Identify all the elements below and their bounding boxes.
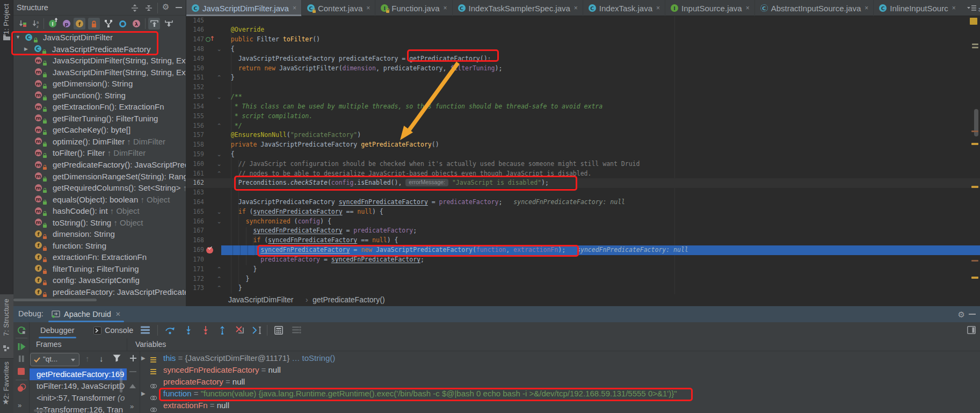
editor-tab[interactable]: CIndexTaskSamplerSpec.java× bbox=[453, 0, 583, 16]
layout-settings-icon[interactable] bbox=[141, 326, 150, 334]
frames-hscrollbar[interactable] bbox=[34, 409, 48, 412]
restore-layout-icon[interactable] bbox=[292, 326, 301, 334]
editor-tab[interactable]: IInputSource.java× bbox=[665, 0, 755, 16]
autoscroll-to-source-icon[interactable] bbox=[148, 18, 160, 30]
overriding-method-icon[interactable] bbox=[206, 37, 210, 42]
code-line[interactable]: 173⌃ } bbox=[186, 284, 980, 293]
fold-marker-icon[interactable]: ⌄ bbox=[216, 217, 222, 227]
filter-frames-icon[interactable] bbox=[113, 354, 121, 362]
code-line[interactable]: 159⌄ { bbox=[186, 150, 980, 160]
code-line[interactable]: 161⌃ // nodes to be able to deserialize … bbox=[186, 169, 980, 179]
variable-row[interactable]: ▶this = {JavaScriptDimFilter@11171} … to… bbox=[140, 352, 980, 364]
thread-selector[interactable]: "qt... bbox=[30, 353, 79, 366]
variable-row[interactable]: extractionFn = null bbox=[140, 400, 980, 411]
code-line[interactable]: 169 syncedFnPredicateFactory = new JavaS… bbox=[186, 245, 980, 255]
run-to-cursor-icon[interactable] bbox=[252, 326, 262, 335]
structure-tree-item[interactable]: mgetExtractionFn(): ExtractionFn bbox=[13, 101, 186, 113]
show-lambdas-icon[interactable]: λ bbox=[130, 18, 142, 30]
structure-tree-item[interactable]: mgetDimension(): String bbox=[13, 78, 186, 90]
breadcrumb-method[interactable]: getPredicateFactory() bbox=[313, 295, 385, 304]
chevron-down-icon[interactable]: ▼ bbox=[16, 34, 20, 40]
structure-tree-item[interactable]: mtoFilter(): Filter ↑ DimFilter bbox=[13, 147, 186, 159]
show-inherited-icon[interactable]: I bbox=[47, 18, 59, 30]
step-out-icon[interactable] bbox=[218, 326, 227, 335]
fold-marker-icon[interactable]: ⌃ bbox=[216, 73, 222, 83]
drop-frame-icon[interactable] bbox=[235, 326, 244, 335]
code-line[interactable]: 164 JavaScriptPredicateFactory syncedFnP… bbox=[186, 198, 980, 207]
structure-tree-item[interactable]: fpredicateFactory: JavaScriptPredicate bbox=[13, 286, 186, 298]
pause-icon[interactable] bbox=[18, 355, 25, 363]
code-line[interactable]: 149 JavaScriptPredicateFactory predicate… bbox=[186, 54, 980, 64]
code-line[interactable]: 170 predicateFactory = syncedFnPredicate… bbox=[186, 255, 980, 265]
code-line[interactable]: 160⌄ // JavaScript configuration should … bbox=[186, 160, 980, 169]
editor-tab[interactable]: CContext.java× bbox=[302, 0, 375, 16]
step-into-icon[interactable] bbox=[184, 326, 193, 335]
structure-tree-item[interactable]: ▼CJavaScriptDimFilter bbox=[13, 32, 186, 44]
stop-icon[interactable] bbox=[18, 368, 25, 375]
sort-by-visibility-icon[interactable] bbox=[17, 18, 28, 30]
gear-icon[interactable]: ⚙ bbox=[162, 2, 169, 12]
rerun-icon[interactable] bbox=[17, 326, 26, 335]
hidden-tabs-dropdown[interactable]: 3 bbox=[967, 4, 979, 12]
close-icon[interactable]: × bbox=[865, 4, 868, 12]
inspection-status-icon[interactable] bbox=[970, 18, 977, 25]
close-icon[interactable]: × bbox=[656, 4, 660, 12]
frames-scrollbar[interactable] bbox=[120, 369, 122, 393]
code-line[interactable]: 172⌃ } bbox=[186, 274, 980, 284]
fold-marker-icon[interactable]: ⌃ bbox=[216, 121, 222, 131]
code-line[interactable]: 165⌄ if (syncedFnPredicateFactory == nul… bbox=[186, 207, 980, 217]
show-anonymous-classes-icon[interactable] bbox=[103, 18, 114, 30]
structure-tree-item[interactable]: ffunction: String bbox=[13, 240, 186, 252]
code-line[interactable]: 155 * script compilation. bbox=[186, 112, 980, 121]
view-breakpoints-icon[interactable] bbox=[17, 383, 26, 392]
structure-tree-item[interactable]: mhashCode(): int ↑ Object bbox=[13, 205, 186, 217]
resume-icon[interactable] bbox=[18, 343, 26, 351]
close-icon[interactable]: × bbox=[444, 4, 447, 12]
breakpoint-icon[interactable] bbox=[206, 247, 213, 254]
code-line[interactable]: 152 bbox=[186, 83, 980, 92]
stripe-tab-structure[interactable]: 7: Structure bbox=[0, 294, 13, 358]
frame-row[interactable]: getPredicateFactory:169 bbox=[30, 368, 127, 380]
structure-tree-item[interactable]: moptimize(): DimFilter ↑ DimFilter bbox=[13, 136, 186, 148]
structure-tree-item[interactable]: fextractionFn: ExtractionFn bbox=[13, 251, 186, 263]
code-line[interactable]: 162 Preconditions.checkState(config.isEn… bbox=[186, 178, 980, 188]
code-line[interactable]: 163 bbox=[186, 188, 980, 198]
code-line[interactable]: 167 syncedFnPredicateFactory = predicate… bbox=[186, 226, 980, 236]
chevron-right-icon[interactable]: ▶ bbox=[24, 46, 28, 52]
chevron-right-icon[interactable]: ▶ bbox=[141, 352, 146, 364]
code-line[interactable]: 166⌄ synchronized (config) { bbox=[186, 217, 980, 227]
breadcrumb-class[interactable]: JavaScriptDimFilter bbox=[228, 295, 293, 304]
editor-tab[interactable]: IFunction.java× bbox=[375, 0, 452, 16]
fold-marker-icon[interactable]: ⌄ bbox=[216, 160, 222, 169]
chevron-right-icon[interactable]: ▶ bbox=[141, 388, 146, 400]
code-line[interactable]: 146 @Override bbox=[186, 25, 980, 35]
structure-tree-item[interactable]: mgetDimensionRangeSet(String): Range bbox=[13, 171, 186, 183]
hide-panel-icon[interactable] bbox=[969, 314, 976, 315]
structure-tree-item[interactable]: mgetRequiredColumns(): Set<String> ↑ D bbox=[13, 182, 186, 194]
code-line[interactable]: 158 private JavaScriptPredicateFactory g… bbox=[186, 140, 980, 150]
expand-all-icon[interactable] bbox=[131, 4, 139, 12]
fold-marker-icon[interactable]: ⌄ bbox=[216, 207, 222, 217]
fold-marker-icon[interactable]: ⌄ bbox=[216, 150, 222, 160]
more-icon[interactable]: » bbox=[130, 402, 134, 410]
code-line[interactable]: 171⌃ } bbox=[186, 265, 980, 274]
structure-hscrollbar[interactable] bbox=[13, 299, 97, 301]
fold-marker-icon[interactable]: ⌃ bbox=[216, 169, 222, 179]
next-frame-icon[interactable]: ↓ bbox=[99, 354, 104, 363]
collapse-all-icon[interactable] bbox=[145, 4, 153, 12]
close-icon[interactable]: × bbox=[952, 4, 956, 12]
close-icon[interactable]: ✕ bbox=[115, 310, 121, 318]
code-line[interactable]: 154 * This class can be used by multiple… bbox=[186, 102, 980, 112]
evaluate-expression-icon[interactable] bbox=[274, 326, 283, 335]
code-line[interactable]: 153⌄ /** bbox=[186, 92, 980, 102]
frame-row[interactable]: <init>:57, Transformer (o bbox=[30, 392, 127, 404]
variable-row[interactable]: syncedFnPredicateFactory = null bbox=[140, 364, 980, 376]
fold-marker-icon[interactable]: ⌄ bbox=[216, 45, 222, 54]
group-methods-icon[interactable] bbox=[117, 18, 128, 30]
move-up-icon[interactable] bbox=[129, 384, 136, 388]
code-line[interactable]: 156⌃ */ bbox=[186, 121, 980, 131]
structure-tree-item[interactable]: mgetPredicateFactory(): JavaScriptPred bbox=[13, 159, 186, 171]
editor-tab[interactable]: CInlineInputSourc× bbox=[874, 0, 964, 16]
previous-frame-icon[interactable]: ↑ bbox=[85, 354, 90, 363]
structure-tree-item[interactable]: fconfig: JavaScriptConfig bbox=[13, 274, 186, 286]
